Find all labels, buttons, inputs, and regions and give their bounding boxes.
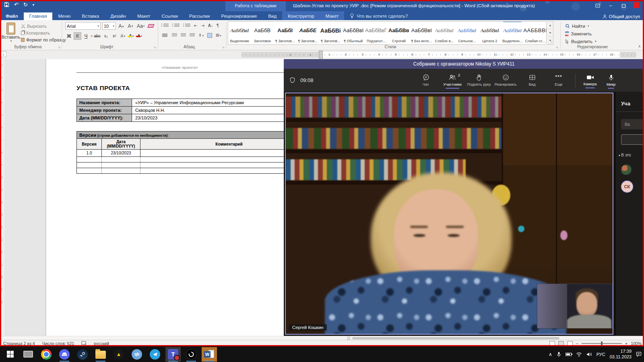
teams-titlebar[interactable]: Собрание с организатором Nikolay S УИР41… (284, 59, 644, 69)
save-icon[interactable] (4, 2, 9, 7)
taskbar-app-steam[interactable] (75, 347, 90, 362)
font-size-select[interactable]: 10▾ (102, 22, 116, 30)
tab-file[interactable]: Файл (0, 12, 24, 20)
view-button[interactable]: Вид (520, 72, 545, 88)
shading-icon[interactable] (207, 33, 212, 38)
styles-more-icon[interactable]: ▼̲ (547, 37, 553, 44)
self-view-pip[interactable] (537, 284, 613, 329)
bullets-icon[interactable] (163, 24, 169, 27)
taskbar-app-chrome[interactable] (39, 347, 54, 362)
align-center-icon[interactable] (172, 33, 177, 37)
show-marks-icon[interactable]: ¶ (217, 23, 219, 28)
font-dialog-launcher[interactable]: ↘ (153, 45, 156, 49)
volume-icon[interactable] (586, 352, 592, 357)
style-item[interactable]: АаБбІ¶ Заголов... (274, 22, 297, 44)
taskbar-app-project[interactable] (21, 347, 36, 362)
clipboard-dialog-launcher[interactable]: ↘ (58, 45, 60, 49)
strikethrough-button[interactable]: abc (93, 32, 101, 40)
taskbar-app-telegram[interactable] (147, 347, 163, 362)
react-button[interactable]: Реагировать (493, 72, 518, 88)
taskbar-app-word[interactable]: W (202, 347, 217, 362)
find-button[interactable]: Найти▾ (565, 22, 597, 30)
start-button[interactable] (2, 347, 18, 362)
style-item[interactable]: АаБбВЗаголовок (251, 22, 274, 44)
wifi-icon[interactable] (576, 352, 582, 357)
copy-button[interactable]: Копировать (21, 29, 66, 36)
style-item[interactable]: АаБбЕ¶ Заголов... (297, 22, 320, 44)
battery-icon[interactable] (566, 353, 572, 356)
print-layout-icon[interactable] (558, 341, 564, 346)
style-item[interactable]: АаБбВі¶ Заголов... (319, 22, 342, 44)
styles-scroll-up-icon[interactable]: ▲ (547, 22, 553, 29)
style-item[interactable]: АаБбВвІСильное... (456, 22, 479, 44)
clear-formatting-button[interactable] (147, 22, 155, 30)
cut-button[interactable]: Вырезать (21, 23, 66, 29)
web-layout-icon[interactable] (567, 341, 573, 346)
tab-design[interactable]: Дизайн (105, 12, 132, 20)
participant-search-input[interactable]: Вв (621, 119, 644, 130)
tab-view[interactable]: Вид (262, 12, 282, 20)
taskbar-app-qbittorrent[interactable]: qb (129, 347, 144, 362)
taskbar-clock[interactable]: 17:39 03.11.2023 (610, 349, 632, 360)
scrollbar-thumb[interactable] (352, 337, 559, 339)
zoom-out-icon[interactable]: − (576, 341, 578, 346)
justify-icon[interactable] (190, 33, 195, 37)
tab-insert[interactable]: Вставка (76, 12, 105, 20)
taskbar-app-teams[interactable]: T (165, 347, 181, 362)
tab-mailings[interactable]: Рассылки (184, 12, 216, 20)
margin-marker[interactable] (319, 51, 323, 59)
camera-button[interactable]: Камера (580, 73, 601, 88)
borders-icon[interactable]: ⊞▾ (216, 33, 221, 38)
zoom-level[interactable]: 100% (631, 341, 642, 346)
tab-table-layout[interactable]: Макет (320, 12, 345, 20)
share-button[interactable]: Общий доступ (603, 14, 640, 19)
participants-button[interactable]: 2 Участники (440, 72, 465, 88)
raise-hand-button[interactable]: Поднять руку (466, 72, 491, 88)
zoom-slider[interactable] (582, 343, 622, 344)
increase-indent-icon[interactable]: ⇥ (201, 23, 204, 28)
style-item[interactable]: АаБбВвСтрогий (388, 22, 411, 44)
style-item[interactable]: АаБбВвІ¶ Обычный (342, 22, 365, 44)
align-right-icon[interactable] (181, 33, 186, 37)
shrink-font-button[interactable]: А▼ (127, 22, 134, 30)
proofing-icon[interactable] (81, 341, 87, 346)
multilevel-list-icon[interactable] (185, 24, 190, 27)
tab-menu[interactable]: Меню (52, 12, 76, 20)
document-page[interactable]: <Название проекта> УСТАВ ПРОЕКТА Названи… (46, 59, 313, 336)
collapse-ribbon-icon[interactable]: ∧ (638, 44, 641, 48)
in-meeting-section[interactable]: В это (619, 153, 644, 157)
zoom-in-icon[interactable]: + (625, 341, 627, 346)
styles-scroll-down-icon[interactable]: ▼ (547, 29, 553, 37)
ribbon-options-icon[interactable] (592, 1, 604, 10)
participant-avatar[interactable] (621, 165, 632, 175)
styles-dialog-launcher[interactable]: ↘ (555, 45, 558, 49)
subscript-button[interactable]: x₂ (102, 32, 110, 40)
page-indicator[interactable]: Страница 2 из 4 (3, 341, 35, 346)
decrease-indent-icon[interactable]: ⇤ (194, 23, 197, 28)
restore-button[interactable] (617, 1, 630, 10)
mic-button[interactable]: Микр (602, 73, 620, 88)
taskbar-app-explorer[interactable] (93, 347, 108, 362)
sort-icon[interactable]: А↓ (208, 23, 213, 28)
style-item[interactable]: АаБбВвІВыделение (228, 22, 251, 44)
main-video-tile[interactable]: Сергей Кошкин (285, 93, 613, 335)
tab-review[interactable]: Рецензирование (216, 12, 263, 20)
font-name-select[interactable]: Arial▾ (65, 22, 101, 30)
change-case-button[interactable]: Аа▾ (136, 22, 145, 30)
style-item[interactable]: АаБбВвІЦитата 2 (479, 22, 502, 44)
bold-button[interactable]: Ж (65, 32, 73, 40)
italic-button[interactable]: К (74, 32, 81, 40)
font-color-button[interactable]: А▾ (136, 32, 144, 40)
tell-me-box[interactable]: Что вы хотите сделать? (344, 12, 413, 20)
scrollbar-split-box[interactable] (347, 337, 350, 340)
horizontal-scrollbar[interactable] (0, 336, 644, 340)
language-switcher[interactable]: РУС (597, 352, 605, 357)
undo-icon[interactable]: ↶ (14, 2, 19, 8)
line-spacing-icon[interactable]: ⇕▾ (198, 33, 204, 37)
hidden-icons-chevron[interactable]: ∧ (549, 352, 552, 357)
taskbar-app-dark[interactable] (184, 347, 199, 362)
language-indicator[interactable]: русский (94, 341, 109, 346)
superscript-button[interactable]: x² (111, 32, 118, 40)
underline-button[interactable]: Ч (82, 32, 90, 40)
chat-button[interactable]: Чат (413, 72, 438, 88)
